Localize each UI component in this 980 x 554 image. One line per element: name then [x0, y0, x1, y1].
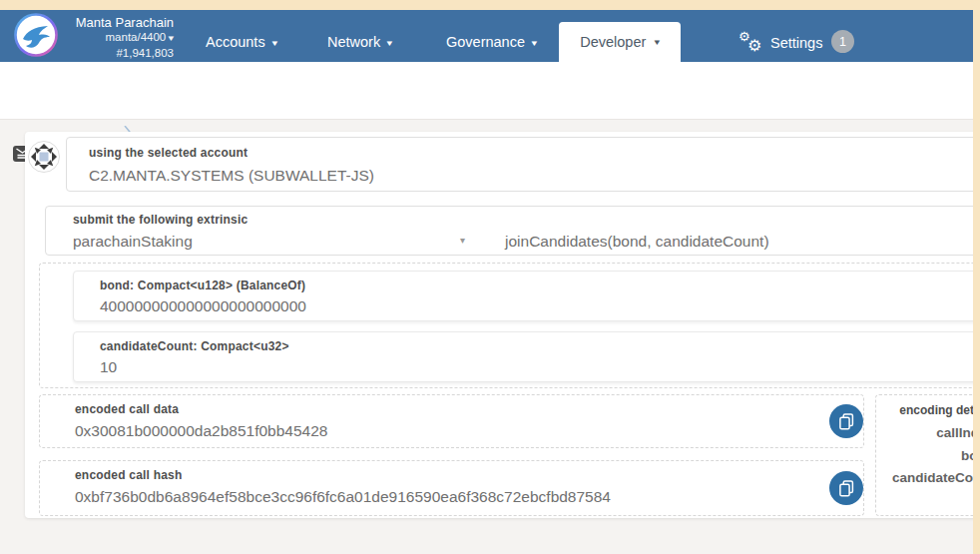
- settings-badge: 1: [831, 30, 854, 53]
- chevron-down-icon[interactable]: ▾: [460, 235, 465, 246]
- frame-strip-right: [973, 0, 980, 554]
- chevron-down-icon: ▾: [271, 38, 277, 48]
- top-navbar: Manta Parachain manta/4400 ▾ #1,941,803 …: [0, 10, 980, 62]
- nav-menu-network[interactable]: Network▾: [327, 34, 392, 52]
- frame-strip-top: [0, 0, 980, 10]
- chevron-down-icon: ▾: [531, 38, 537, 48]
- settings-gears-icon[interactable]: ⚙ ⚙: [738, 31, 768, 55]
- copy-icon: [839, 480, 854, 497]
- param-bond-value: 400000000000000000000000: [100, 297, 306, 315]
- encoded-call-data-box: encoded call data 0x30081b000000da2b851f…: [39, 394, 864, 448]
- manta-logo-icon: [14, 13, 58, 57]
- param-bond-label: bond: Compact<u128> (BalanceOf): [100, 278, 305, 292]
- encoded-call-hash-value: 0xbf736b0db6a8964ef58bce3cc96f6fc6a01de9…: [75, 488, 611, 506]
- param-input-bond[interactable]: bond: Compact<u128> (BalanceOf) 40000000…: [73, 271, 980, 321]
- method-select[interactable]: joinCandidates(bond, candidateCount): [505, 233, 769, 251]
- extrinsics-submission-card: using the selected account C2.MANTA.SYST…: [25, 132, 980, 518]
- params-container: bond: Compact<u128> (BalanceOf) 40000000…: [39, 263, 980, 388]
- chain-name: Manta Parachain: [58, 15, 174, 30]
- account-identicon[interactable]: [28, 141, 60, 173]
- param-candidate-count-label: candidateCount: Compact<u32>: [100, 339, 289, 353]
- copy-call-data-button[interactable]: [829, 404, 863, 438]
- nav-menu-developer-active[interactable]: Developer▾: [559, 22, 681, 62]
- manta-logo[interactable]: [14, 13, 58, 57]
- account-select[interactable]: using the selected account C2.MANTA.SYST…: [66, 137, 980, 192]
- encoding-details-panel: encoding details callIndex bond candidat…: [875, 394, 980, 516]
- nav-menu-settings[interactable]: Settings: [770, 35, 822, 51]
- chevron-down-icon: ▾: [655, 37, 661, 47]
- encoded-call-data-value: 0x30081b000000da2b851f0bb45428: [75, 422, 327, 440]
- param-candidate-count-value: 10: [100, 358, 117, 376]
- extrinsic-select-row: submit the following extrinsic parachain…: [45, 206, 980, 256]
- copy-call-hash-button[interactable]: [829, 471, 863, 505]
- chain-selector[interactable]: Manta Parachain manta/4400 ▾ #1,941,803: [58, 15, 174, 61]
- tab-bar: Extrinsics Submission Decode: [0, 62, 980, 120]
- encoded-call-hash-box: encoded call hash 0xbf736b0db6a8964ef58b…: [39, 460, 864, 516]
- account-select-value: C2.MANTA.SYSTEMS (SUBWALLET-JS): [89, 167, 374, 185]
- chain-spec: manta/4400: [106, 31, 167, 43]
- nav-menu-accounts[interactable]: Accounts▾: [206, 34, 276, 52]
- chain-best-block: #1,941,803: [58, 46, 174, 61]
- chevron-down-icon: ▾: [169, 31, 175, 46]
- pallet-select[interactable]: parachainStaking: [73, 233, 193, 251]
- copy-icon: [839, 413, 854, 430]
- encoding-details-candidate-count: candidateCount: [892, 470, 980, 485]
- encoded-call-hash-label: encoded call hash: [75, 468, 182, 482]
- encoding-details-label: encoding details: [899, 403, 980, 417]
- chevron-down-icon: ▾: [387, 38, 393, 48]
- encoded-call-data-label: encoded call data: [75, 402, 179, 416]
- param-input-candidate-count[interactable]: candidateCount: Compact<u32> 10: [73, 331, 980, 382]
- nav-menu-governance[interactable]: Governance▾: [446, 34, 537, 52]
- extrinsic-select-label: submit the following extrinsic: [73, 213, 247, 227]
- account-select-label: using the selected account: [89, 146, 247, 160]
